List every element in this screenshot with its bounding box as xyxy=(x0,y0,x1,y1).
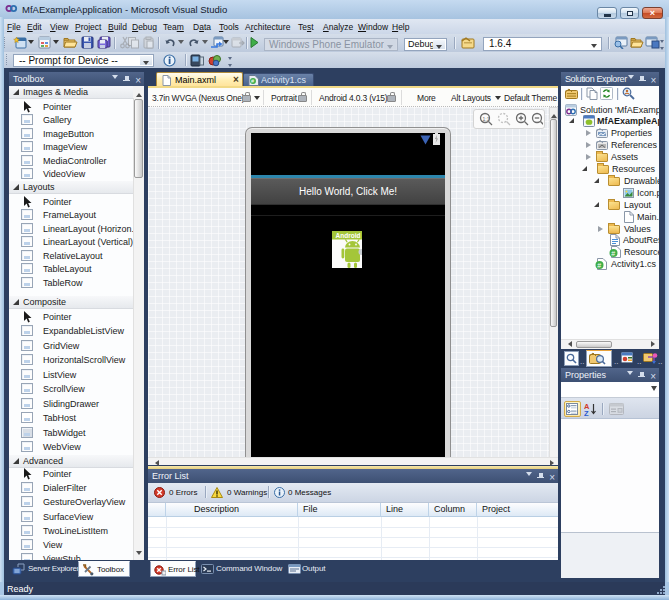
svg-text:Z: Z xyxy=(584,409,589,417)
svg-text:#: # xyxy=(597,262,601,269)
svg-text:1:1: 1:1 xyxy=(483,116,490,122)
svg-text:Android: Android xyxy=(336,232,361,239)
svg-text:#: # xyxy=(611,250,615,257)
